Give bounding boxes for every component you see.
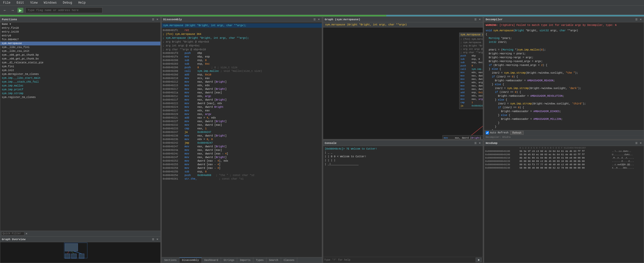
refresh-button[interactable]: Refresh	[510, 131, 524, 135]
hexdump-close-btn[interactable]: ✕	[639, 142, 642, 144]
func-printf[interactable]: sym.imp.printf	[0, 88, 160, 92]
disasm-line[interactable]: 0x0804924cmoveax, dword [eax - 4]	[162, 152, 322, 156]
disasm-line[interactable]: 0x0804920daddesp, 0x10	[162, 73, 322, 77]
disasm-line[interactable]: 0x08049238moveax, dword [Bright]	[162, 134, 322, 138]
filter-clear-btn[interactable]: ✕	[25, 232, 28, 235]
func-malloc[interactable]: sym.imp.malloc	[0, 84, 160, 88]
tab-imports[interactable]: Imports	[237, 258, 253, 263]
func-entry-fini0[interactable]: entry.fini0	[0, 26, 160, 30]
disasm-line[interactable]: 0x08049261str.the_ ; const char *s1	[162, 177, 322, 181]
quick-filter-input[interactable]	[1, 232, 24, 236]
menu-debug[interactable]: Debug	[62, 1, 73, 5]
disasm-line[interactable]: 0x0804921amoveax, dword [eax]	[162, 91, 322, 95]
disasm-line[interactable]: 0x08049229moveax, argv	[162, 113, 322, 116]
disasm-line[interactable]: 0x08049255movdword [eax - 4]	[162, 163, 322, 167]
menu-help[interactable]: Help	[77, 1, 87, 5]
graph-node-left[interactable]: mov eax, dword [Bright] mov dword [eax -…	[443, 135, 483, 139]
disasm-line[interactable]: 0x08049224moveax, dword Bright	[162, 105, 322, 109]
func-stack-chk[interactable]: sym.imp.__stack_chk_fail	[0, 80, 160, 84]
console-input[interactable]	[324, 259, 476, 261]
tab-strings[interactable]: Strings	[221, 258, 237, 263]
disasm-line[interactable]: 0x08049247ja0x8049247	[162, 131, 322, 134]
func-deregister[interactable]: sym.deregister_tm_clones	[0, 72, 160, 76]
functions-list[interactable]: Name ▼ entry.fini0 entry.init0 entry0 fc…	[0, 22, 160, 231]
functions-menu-btn[interactable]: ☰	[151, 18, 155, 21]
disasm-line[interactable]: 0x08049210movecx, eax	[162, 77, 322, 80]
hexdump-content[interactable]: 0 1 2 3 4 5 6 7 8 9 A B C D E F 01234567…	[484, 146, 644, 263]
func-entry-init0[interactable]: entry.init0	[0, 30, 160, 34]
disasm-line[interactable]: 0x08049208callsym.imp.malloc ; void *mal…	[162, 70, 322, 73]
menu-edit[interactable]: Edit	[16, 1, 25, 5]
autorefresh-checkbox[interactable]	[486, 131, 489, 134]
disasm-line[interactable]: 0x08049227movedx, eax	[162, 109, 322, 113]
func-entry0[interactable]: entry0	[0, 34, 160, 38]
disasm-line[interactable]: 0x0804925epush0x804a008 ; "the " ; const…	[162, 174, 322, 177]
func-strcmp[interactable]: sym.imp.strcmp	[0, 92, 160, 95]
graph-menu-btn[interactable]: ☰	[474, 18, 477, 21]
disasm-line[interactable]: 0x08049258movdword [eax - 4]	[162, 167, 322, 170]
decompiler-menu-btn[interactable]: ☰	[635, 18, 638, 21]
graph-node-main[interactable]: sym.Aeropause (Bright *Bright, int argc,…	[459, 33, 483, 109]
disasm-line[interactable]: 0x0804921fmoveax, dword [Bright]	[162, 98, 322, 102]
disasm-close-btn[interactable]: ✕	[317, 18, 320, 21]
disasm-line[interactable]: 0x080491fdpushebp	[162, 52, 322, 55]
disasm-line[interactable]: 0x0804925bsubesp, 8	[162, 170, 322, 174]
decompiler-close-btn[interactable]: ✕	[639, 18, 642, 21]
graph-close-btn[interactable]: ✕	[478, 18, 481, 21]
tab-search[interactable]: Search	[266, 258, 281, 263]
disasm-line[interactable]: 0x08049217moveax, dword [Bright]	[162, 87, 322, 91]
disasm-line[interactable]: 0x08049222movdword [eax], edx	[162, 102, 322, 105]
tab-types[interactable]: Types	[253, 258, 266, 263]
disasm-line[interactable]: 0x0804924fmoveax, dword [Bright]	[162, 156, 322, 159]
menu-view[interactable]: View	[29, 1, 39, 5]
graph-overview-mini[interactable]	[0, 242, 160, 263]
disasm-line[interactable]: 0x08049200subesp, 8	[162, 59, 322, 62]
back-button[interactable]: ←	[2, 8, 8, 13]
func-sym-aeropause[interactable]: sym.Aeropause	[0, 42, 160, 45]
func-register-tm[interactable]: sym.register_tm_clones	[0, 95, 160, 99]
disasm-line[interactable]: 0x0804921cmovedx, argc	[162, 95, 322, 98]
func-init[interactable]: sym.init	[0, 69, 160, 72]
disasm-line[interactable]: 0x0804922caddeax = 4, edx	[162, 116, 322, 120]
disasm-line[interactable]: 0x0804922fmoveax, dword [Bright]	[162, 120, 322, 123]
functions-close-btn[interactable]: ✕	[156, 18, 159, 21]
decompiler-content[interactable]: WARNING: [r2ghidra] Failed to match type…	[484, 22, 644, 130]
func-dl-relocate[interactable]: sym._dl_relocate_static_pie	[0, 61, 160, 65]
disasm-line[interactable]: 0x08049242jmp0x08049247	[162, 141, 322, 145]
func-fcn08840c7[interactable]: fcn.08840c7	[0, 38, 160, 42]
disasm-line[interactable]: 0x08049233cmpeax, 1	[162, 127, 322, 131]
menu-file[interactable]: File	[2, 1, 12, 5]
disasm-menu-btn[interactable]: ☰	[313, 18, 316, 21]
tab-disassembly[interactable]: Disassembly	[179, 258, 202, 263]
disasm-line[interactable]: 0x0804923bmovedx = 8, 0	[162, 138, 322, 141]
disassembly-content[interactable]: sym.Aeropause (Bright *Bright, int argc,…	[162, 22, 322, 257]
disasm-line[interactable]: 0x08049215movedx, edx	[162, 84, 322, 87]
disasm-line[interactable]: 0x0804924amoveax, dword [eax]	[162, 149, 322, 152]
tab-sections[interactable]: Sections	[162, 258, 179, 263]
disasm-line[interactable]: 0x08049212moveax, dword [Bright]	[162, 80, 322, 84]
overview-close-btn[interactable]: ✕	[156, 238, 159, 241]
forward-button[interactable]: →	[10, 8, 15, 13]
address-input[interactable]	[25, 7, 102, 13]
tab-classes[interactable]: Classes	[281, 258, 297, 263]
hexdump-menu-btn[interactable]: ☰	[635, 142, 638, 144]
func-fini[interactable]: sym.fini	[0, 65, 160, 69]
disasm-line[interactable]: 0x08049206push8 ; 8 ; size_t size	[162, 66, 322, 70]
func-libc-csu-init[interactable]: sym._libc_csu_init	[0, 49, 160, 53]
disasm-line[interactable]: 0x08049232moveax, dword [eax]	[162, 123, 322, 127]
func-x86-thunk-bp[interactable]: sym._x86_get_pc_thunk.bp	[0, 53, 160, 57]
autorefresh-label[interactable]: Auto Refresh	[486, 131, 508, 134]
menu-windows[interactable]: Windows	[43, 1, 57, 5]
overview-menu-btn[interactable]: ☰	[151, 238, 155, 241]
func-libc-start[interactable]: sym.imp.__libc_start_main	[0, 76, 160, 80]
console-send-btn[interactable]: ➤	[476, 258, 482, 262]
console-menu-btn[interactable]: ☰	[474, 142, 477, 144]
disasm-line[interactable]: 0x08049252movdword [eax - 4], edx	[162, 159, 322, 163]
disasm-line[interactable]: 0x08049203subesp, 0xc	[162, 62, 322, 66]
func-x86-thunk-bx[interactable]: sym._x86_get_pc_thunk.bx	[0, 57, 160, 61]
graph-canvas[interactable]: sym.Aeropause (Bright *Bright, int argc,…	[323, 27, 483, 139]
run-button[interactable]: ▶	[17, 8, 23, 13]
func-libc-csu-fini[interactable]: sym._libc_csu_fini	[0, 45, 160, 49]
disasm-line[interactable]: 0x080491fc ret	[162, 29, 322, 32]
disasm-line[interactable]: 0x080491femovebp, esp	[162, 55, 322, 59]
